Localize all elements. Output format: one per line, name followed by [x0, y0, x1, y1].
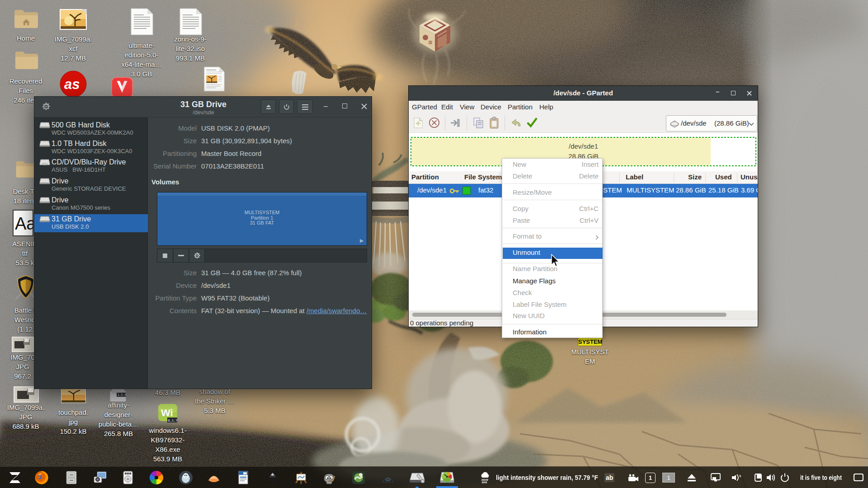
svg-text:6.1.76: 6.1.76: [168, 419, 178, 422]
svg-text:s: s: [739, 474, 741, 478]
svg-text:as: as: [64, 76, 80, 92]
svg-text:Wi: Wi: [161, 407, 173, 418]
svg-text:1.5.0: 1.5.0: [118, 394, 127, 397]
svg-text:Aa: Aa: [15, 214, 33, 233]
